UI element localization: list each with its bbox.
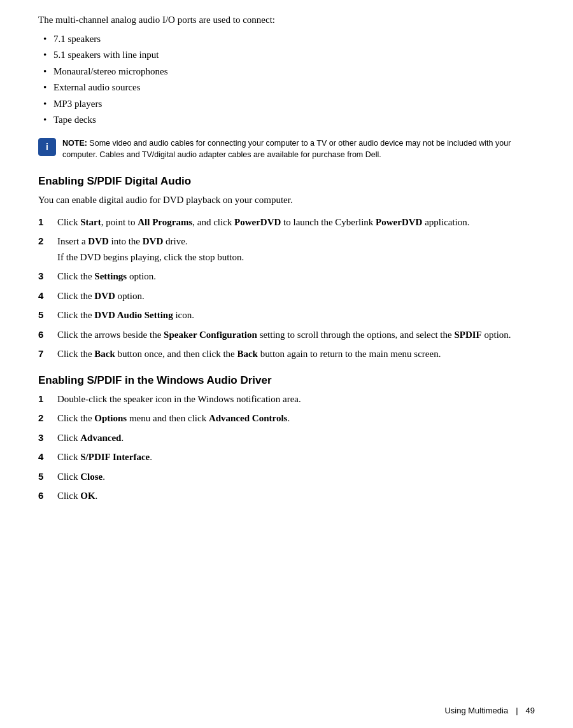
step-text: Insert a DVD into the DVD drive. (57, 236, 188, 246)
footer-separator: | (516, 706, 518, 715)
list-item: External audio sources (38, 80, 535, 96)
step-number: 3 (38, 431, 43, 445)
numbered-list-item: 7Click the Back button once, and then cl… (38, 347, 535, 361)
list-item: 5.1 speakers with line input (38, 47, 535, 64)
section2-heading: Enabling S/PDIF in the Windows Audio Dri… (38, 374, 535, 387)
list-item: Tape decks (38, 112, 535, 129)
numbered-list-item: 6Click the arrows beside the Speaker Con… (38, 328, 535, 342)
step-text: Click the DVD option. (57, 291, 145, 301)
step-text: Click the Options menu and then click Ad… (57, 413, 290, 423)
step-text: Click OK. (57, 491, 97, 501)
step-text: Double-click the speaker icon in the Win… (57, 394, 301, 404)
step-number: 7 (38, 347, 43, 361)
numbered-list-item: 1Click Start, point to All Programs, and… (38, 215, 535, 230)
page-content: The multi-channel analog audio I/O ports… (0, 0, 573, 554)
footer-section-label: Using Multimedia (444, 706, 508, 715)
numbered-list-item: 5Click the DVD Audio Setting icon. (38, 308, 535, 323)
section1-steps: 1Click Start, point to All Programs, and… (38, 215, 535, 361)
numbered-list-item: 3Click Advanced. (38, 431, 535, 445)
intro-paragraph: The multi-channel analog audio I/O ports… (38, 13, 535, 27)
list-item: 7.1 speakers (38, 31, 535, 48)
note-text: NOTE: Some video and audio cables for co… (62, 137, 535, 162)
step-number: 4 (38, 450, 43, 465)
page-footer: Using Multimedia | 49 (0, 706, 573, 715)
step-number: 2 (38, 411, 43, 426)
note-box: i NOTE: Some video and audio cables for … (38, 137, 535, 162)
step-number: 6 (38, 489, 43, 503)
note-label: NOTE: (62, 139, 87, 148)
numbered-list-item: 4Click S/PDIF Interface. (38, 450, 535, 465)
numbered-list-item: 2Insert a DVD into the DVD drive.If the … (38, 234, 535, 264)
step-number: 1 (38, 392, 43, 407)
step-text: Click Advanced. (57, 433, 124, 443)
note-icon: i (38, 138, 56, 156)
numbered-list-item: 3Click the Settings option. (38, 269, 535, 284)
numbered-list-item: 2Click the Options menu and then click A… (38, 411, 535, 426)
section2-steps: 1Double-click the speaker icon in the Wi… (38, 392, 535, 503)
step-number: 2 (38, 234, 43, 249)
step-number: 3 (38, 269, 43, 284)
step-subtext: If the DVD begins playing, click the sto… (57, 250, 535, 265)
step-number: 5 (38, 470, 43, 484)
step-text: Click the DVD Audio Setting icon. (57, 310, 194, 320)
numbered-list-item: 5Click Close. (38, 470, 535, 484)
numbered-list-item: 1Double-click the speaker icon in the Wi… (38, 392, 535, 407)
numbered-list-item: 4Click the DVD option. (38, 289, 535, 304)
note-icon-letter: i (46, 142, 48, 152)
step-text: Click the Settings option. (57, 271, 156, 281)
section1-intro: You can enable digital audio for DVD pla… (38, 193, 535, 207)
step-text: Click S/PDIF Interface. (57, 452, 152, 462)
footer-page-number: 49 (526, 706, 535, 715)
step-text: Click Start, point to All Programs, and … (57, 217, 470, 227)
step-number: 1 (38, 215, 43, 230)
step-text: Click the arrows beside the Speaker Conf… (57, 330, 511, 340)
step-number: 4 (38, 289, 43, 304)
note-body: Some video and audio cables for connecti… (62, 139, 511, 160)
step-text: Click the Back button once, and then cli… (57, 349, 441, 359)
bullet-list: 7.1 speakers 5.1 speakers with line inpu… (38, 31, 535, 129)
step-number: 5 (38, 308, 43, 323)
section1-heading: Enabling S/PDIF Digital Audio (38, 175, 535, 188)
step-number: 6 (38, 328, 43, 342)
numbered-list-item: 6Click OK. (38, 489, 535, 503)
list-item: MP3 players (38, 96, 535, 113)
step-text: Click Close. (57, 472, 105, 482)
list-item: Monaural/stereo microphones (38, 64, 535, 80)
